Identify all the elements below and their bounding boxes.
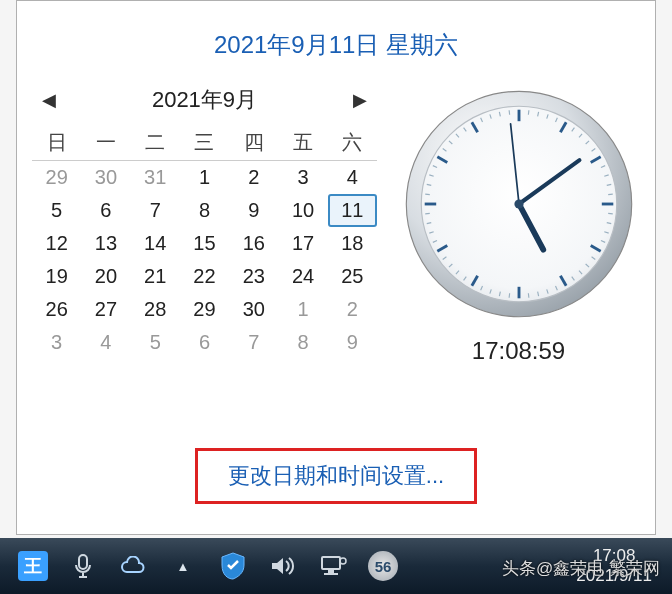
prev-month-button[interactable]: ◀ bbox=[42, 89, 56, 111]
month-year-label[interactable]: 2021年9月 bbox=[152, 85, 257, 115]
calendar-day[interactable]: 3 bbox=[278, 161, 327, 194]
calendar-day[interactable]: 25 bbox=[328, 260, 377, 293]
calendar-day[interactable]: 2 bbox=[229, 161, 278, 194]
volume-icon[interactable] bbox=[262, 545, 304, 587]
analog-clock bbox=[404, 89, 634, 319]
watermark-right: 头条@鑫荣电 繁荣网 bbox=[502, 557, 660, 580]
next-month-button[interactable]: ▶ bbox=[353, 89, 367, 111]
calendar-day[interactable]: 8 bbox=[180, 194, 229, 227]
calendar-day[interactable]: 12 bbox=[32, 227, 81, 260]
weekday-header: 六 bbox=[328, 121, 377, 161]
svg-rect-69 bbox=[324, 573, 338, 575]
calendar-day[interactable]: 20 bbox=[81, 260, 130, 293]
tray-expand-icon[interactable]: ▲ bbox=[162, 545, 204, 587]
calendar-day[interactable]: 5 bbox=[131, 326, 180, 359]
svg-point-65 bbox=[514, 199, 523, 208]
calendar-day[interactable]: 21 bbox=[131, 260, 180, 293]
mic-icon[interactable] bbox=[62, 545, 104, 587]
calendar-day[interactable]: 3 bbox=[32, 326, 81, 359]
date-time-popup: 2021年9月11日 星期六 ◀ 2021年9月 ▶ 日一二三四五六293031… bbox=[16, 0, 656, 535]
calendar-day[interactable]: 28 bbox=[131, 293, 180, 326]
calendar-day[interactable]: 6 bbox=[81, 194, 130, 227]
popup-content: ◀ 2021年9月 ▶ 日一二三四五六293031123456789101112… bbox=[17, 79, 655, 365]
calendar-day[interactable]: 31 bbox=[131, 161, 180, 194]
calendar-day[interactable]: 30 bbox=[81, 161, 130, 194]
svg-rect-68 bbox=[328, 569, 334, 573]
calendar-day[interactable]: 30 bbox=[229, 293, 278, 326]
weekday-header: 四 bbox=[229, 121, 278, 161]
calendar-day[interactable]: 23 bbox=[229, 260, 278, 293]
calendar-day[interactable]: 19 bbox=[32, 260, 81, 293]
calendar-day[interactable]: 24 bbox=[278, 260, 327, 293]
calendar-day[interactable]: 4 bbox=[81, 326, 130, 359]
network-icon[interactable] bbox=[312, 545, 354, 587]
calendar-day[interactable]: 18 bbox=[328, 227, 377, 260]
calendar-day[interactable]: 6 bbox=[180, 326, 229, 359]
svg-rect-66 bbox=[79, 555, 87, 569]
calendar-panel: ◀ 2021年9月 ▶ 日一二三四五六293031123456789101112… bbox=[32, 79, 377, 365]
calendar-day[interactable]: 16 bbox=[229, 227, 278, 260]
weekday-header: 三 bbox=[180, 121, 229, 161]
calendar-day[interactable]: 5 bbox=[32, 194, 81, 227]
clock-face-svg bbox=[404, 89, 634, 319]
calendar-grid: 日一二三四五六293031123456789101112131415161718… bbox=[32, 121, 377, 359]
settings-bar: 更改日期和时间设置... bbox=[17, 448, 655, 504]
calendar-day[interactable]: 22 bbox=[180, 260, 229, 293]
security-shield-icon[interactable] bbox=[212, 545, 254, 587]
calendar-day[interactable]: 4 bbox=[328, 161, 377, 194]
calendar-day[interactable]: 1 bbox=[180, 161, 229, 194]
calendar-day[interactable]: 14 bbox=[131, 227, 180, 260]
calendar-day[interactable]: 7 bbox=[131, 194, 180, 227]
ime-icon[interactable]: 王 bbox=[12, 545, 54, 587]
calendar-day[interactable]: 8 bbox=[278, 326, 327, 359]
digital-time-label: 17:08:59 bbox=[472, 337, 565, 365]
calendar-day[interactable]: 2 bbox=[328, 293, 377, 326]
weekday-header: 五 bbox=[278, 121, 327, 161]
weekday-header: 二 bbox=[131, 121, 180, 161]
settings-highlight-box: 更改日期和时间设置... bbox=[195, 448, 477, 504]
calendar-day[interactable]: 26 bbox=[32, 293, 81, 326]
calendar-day[interactable]: 7 bbox=[229, 326, 278, 359]
cloud-icon[interactable] bbox=[112, 545, 154, 587]
badge-icon[interactable]: 56 bbox=[362, 545, 404, 587]
weekday-header: 一 bbox=[81, 121, 130, 161]
calendar-day[interactable]: 13 bbox=[81, 227, 130, 260]
calendar-day[interactable]: 1 bbox=[278, 293, 327, 326]
svg-rect-67 bbox=[322, 557, 340, 569]
calendar-day[interactable]: 9 bbox=[328, 326, 377, 359]
change-date-time-settings-link[interactable]: 更改日期和时间设置... bbox=[228, 463, 444, 488]
calendar-day[interactable]: 17 bbox=[278, 227, 327, 260]
calendar-day[interactable]: 29 bbox=[32, 161, 81, 194]
calendar-day[interactable]: 27 bbox=[81, 293, 130, 326]
clock-panel: 17:08:59 bbox=[397, 79, 640, 365]
current-date-header: 2021年9月11日 星期六 bbox=[17, 1, 655, 79]
calendar-day-selected[interactable]: 11 bbox=[328, 194, 377, 227]
calendar-day[interactable]: 10 bbox=[278, 194, 327, 227]
weekday-header: 日 bbox=[32, 121, 81, 161]
calendar-day[interactable]: 29 bbox=[180, 293, 229, 326]
calendar-nav: ◀ 2021年9月 ▶ bbox=[32, 79, 377, 121]
calendar-day[interactable]: 15 bbox=[180, 227, 229, 260]
calendar-day[interactable]: 9 bbox=[229, 194, 278, 227]
